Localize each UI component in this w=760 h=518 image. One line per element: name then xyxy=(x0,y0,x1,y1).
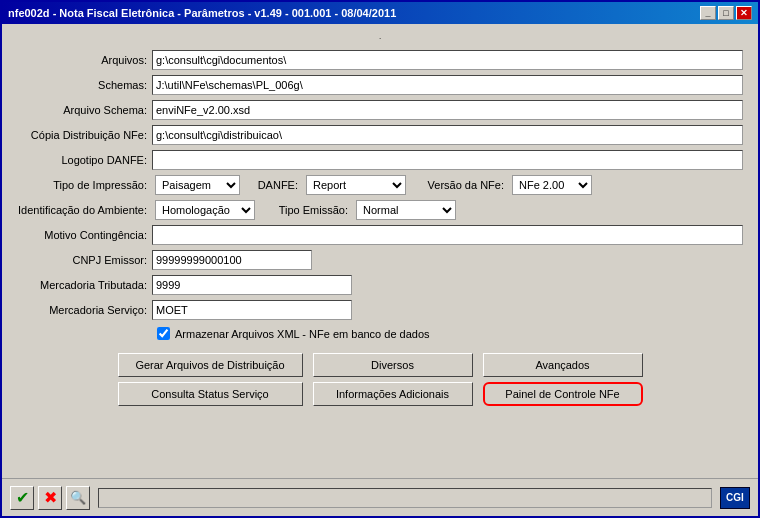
copia-distribuicao-label: Cópia Distribuição NFe: xyxy=(17,129,147,141)
mercadoria-servico-row: Mercadoria Serviço: xyxy=(17,300,743,320)
btn-row-2: Consulta Status Serviço Informações Adic… xyxy=(17,382,743,406)
danfe-label: DANFE: xyxy=(248,179,298,191)
maximize-button[interactable]: □ xyxy=(718,6,734,20)
form-content: · Arquivos: Schemas: Arquivo Schema: Cóp… xyxy=(2,24,758,478)
avancados-button[interactable]: Avançados xyxy=(483,353,643,377)
mercadoria-tributada-row: Mercadoria Tributada: xyxy=(17,275,743,295)
bottom-bar: ✔ ✖ 🔍 CGI xyxy=(2,478,758,516)
close-button[interactable]: ✕ xyxy=(736,6,752,20)
schemas-input[interactable] xyxy=(152,75,743,95)
mercadoria-tributada-input[interactable] xyxy=(152,275,352,295)
cgi-badge: CGI xyxy=(720,487,750,509)
title-bar: nfe002d - Nota Fiscal Eletrônica - Parâm… xyxy=(2,2,758,24)
arquivo-schema-row: Arquivo Schema: xyxy=(17,100,743,120)
check-icon[interactable]: ✔ xyxy=(10,486,34,510)
status-bar xyxy=(98,488,712,508)
copia-distribuicao-row: Cópia Distribuição NFe: xyxy=(17,125,743,145)
tipo-impressao-select[interactable]: Paisagem Retrato xyxy=(155,175,240,195)
motivo-contingencia-label: Motivo Contingência: xyxy=(17,229,147,241)
minimize-button[interactable]: _ xyxy=(700,6,716,20)
cnpj-input[interactable] xyxy=(152,250,312,270)
mercadoria-servico-label: Mercadoria Serviço: xyxy=(17,304,147,316)
checkbox-label: Armazenar Arquivos XML - NFe em banco de… xyxy=(175,328,430,340)
logotipo-row: Logotipo DANFE: xyxy=(17,150,743,170)
close-icon[interactable]: ✖ xyxy=(38,486,62,510)
schemas-label: Schemas: xyxy=(17,79,147,91)
cnpj-row: CNPJ Emissor: xyxy=(17,250,743,270)
tipo-emissao-label: Tipo Emissão: xyxy=(263,204,348,216)
arquivos-row: Arquivos: xyxy=(17,50,743,70)
logotipo-input[interactable] xyxy=(152,150,743,170)
main-window: nfe002d - Nota Fiscal Eletrônica - Parâm… xyxy=(0,0,760,518)
diversos-button[interactable]: Diversos xyxy=(313,353,473,377)
arquivos-input[interactable] xyxy=(152,50,743,70)
impressao-danfe-versao-row: Tipo de Impressão: Paisagem Retrato DANF… xyxy=(17,175,743,195)
consulta-status-button[interactable]: Consulta Status Serviço xyxy=(118,382,303,406)
versao-nfe-label: Versão da NFe: xyxy=(414,179,504,191)
title-controls: _ □ ✕ xyxy=(700,6,752,20)
logotipo-label: Logotipo DANFE: xyxy=(17,154,147,166)
copia-distribuicao-input[interactable] xyxy=(152,125,743,145)
identificacao-select[interactable]: Homologação Produção xyxy=(155,200,255,220)
checkbox-row: Armazenar Arquivos XML - NFe em banco de… xyxy=(157,327,743,340)
buttons-section: Gerar Arquivos de Distribuição Diversos … xyxy=(17,353,743,406)
mercadoria-tributada-label: Mercadoria Tributada: xyxy=(17,279,147,291)
informacoes-adicionais-button[interactable]: Informações Adicionais xyxy=(313,382,473,406)
identificacao-label: Identificação do Ambiente: xyxy=(17,204,147,216)
tipo-emissao-select[interactable]: Normal Contingência xyxy=(356,200,456,220)
btn-row-1: Gerar Arquivos de Distribuição Diversos … xyxy=(17,353,743,377)
arquivo-schema-input[interactable] xyxy=(152,100,743,120)
armazenar-xml-checkbox[interactable] xyxy=(157,327,170,340)
danfe-select[interactable]: Report NFC-e xyxy=(306,175,406,195)
painel-controle-button[interactable]: Painel de Controle NFe xyxy=(483,382,643,406)
motivo-contingencia-input[interactable] xyxy=(152,225,743,245)
mercadoria-servico-input[interactable] xyxy=(152,300,352,320)
arquivo-schema-label: Arquivo Schema: xyxy=(17,104,147,116)
tipo-impressao-label: Tipo de Impressão: xyxy=(17,179,147,191)
dot-indicator: · xyxy=(17,34,743,43)
gerar-arquivos-button[interactable]: Gerar Arquivos de Distribuição xyxy=(118,353,303,377)
window-title: nfe002d - Nota Fiscal Eletrônica - Parâm… xyxy=(8,7,396,19)
arquivos-label: Arquivos: xyxy=(17,54,147,66)
schemas-row: Schemas: xyxy=(17,75,743,95)
motivo-contingencia-row: Motivo Contingência: xyxy=(17,225,743,245)
cnpj-label: CNPJ Emissor: xyxy=(17,254,147,266)
search-icon[interactable]: 🔍 xyxy=(66,486,90,510)
versao-nfe-select[interactable]: NFe 2.00 NFe 3.10 xyxy=(512,175,592,195)
identificacao-emissao-row: Identificação do Ambiente: Homologação P… xyxy=(17,200,743,220)
